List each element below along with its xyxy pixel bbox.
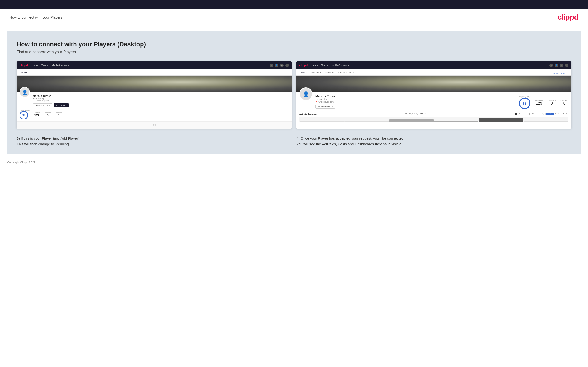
right-tab-bar: Profile Dashboard Activities What To Wor…	[296, 69, 571, 75]
right-nav-teams[interactable]: Teams	[321, 64, 328, 67]
remove-player-button[interactable]: Remove Player ✕	[315, 105, 335, 108]
right-profile-info: 👤 Marcus Turner 1-5 Handicap 📍 United Ki…	[296, 92, 571, 111]
right-user-icon[interactable]: 👤	[555, 64, 558, 67]
right-tab-whattowork[interactable]: What To Work On	[336, 71, 356, 75]
screenshot-left: clippd Home Teams My Performance ⌕ 👤 ⚙ ☰…	[17, 61, 292, 128]
right-stat-followers: Followers 0	[548, 99, 556, 106]
activity-header: Activity Summary Monthly Activity · 6 Mo…	[299, 113, 569, 115]
left-cursor-area: ✂	[17, 121, 292, 128]
time-1yr[interactable]: 1 yr	[541, 113, 546, 115]
left-nav: clippd Home Teams My Performance ⌕ 👤 ⚙ ☰	[17, 61, 292, 69]
plus-icon: +	[66, 104, 67, 106]
right-nav-performance[interactable]: My Performance	[331, 64, 349, 67]
right-activities-label: Activities	[535, 99, 543, 101]
left-following-label: Following	[55, 112, 62, 114]
left-nav-home[interactable]: Home	[32, 64, 38, 67]
activity-chart	[299, 117, 569, 122]
left-player-location: 📍 United Kingdom	[33, 100, 289, 102]
descriptions-row: 3) If this is your Player tap, 'Add Play…	[17, 136, 571, 147]
description-left: 3) If this is your Player tap, 'Add Play…	[17, 136, 292, 147]
user-icon[interactable]: 👤	[275, 64, 278, 67]
right-followers-value: 0	[548, 101, 556, 106]
activity-title: Activity Summary	[299, 113, 317, 115]
chart-bar-1	[300, 121, 344, 122]
right-quality-value: 92	[519, 98, 530, 109]
time-6mths[interactable]: 6 mths	[546, 113, 553, 115]
page-title: How to connect with your Players (Deskto…	[17, 41, 571, 48]
chart-bar-5	[479, 117, 523, 122]
right-user-label: Marcus Turner ▾	[551, 71, 569, 75]
right-avatar: 👤	[299, 87, 312, 101]
search-icon[interactable]: ⌕	[270, 64, 273, 67]
left-stat-followers: Followers 0	[44, 112, 51, 117]
settings-icon[interactable]: ⚙	[280, 64, 284, 67]
left-followers-value: 0	[44, 114, 51, 117]
right-nav-logo: clippd	[299, 64, 308, 67]
right-activity-summary: Activity Summary Monthly Activity · 6 Mo…	[296, 111, 571, 124]
chart-bar-4	[434, 121, 478, 122]
left-player-name: Marcus Turner	[33, 94, 289, 97]
right-avatar-person-icon: 👤	[303, 91, 309, 97]
time-1mth[interactable]: 1 mth	[562, 113, 569, 115]
chevron-down-icon: ▾	[566, 72, 567, 74]
left-tab-bar: Profile	[17, 69, 292, 75]
left-stats-row: Player Quality 92 Activities 129 Followe…	[19, 109, 289, 119]
right-location-pin-icon: 📍	[315, 101, 318, 103]
right-activities-value: 129	[535, 101, 543, 106]
right-stat-activities: Activities 129	[535, 99, 543, 106]
right-nav-home[interactable]: Home	[311, 64, 318, 67]
chart-bar-2	[345, 121, 389, 122]
right-profile-header	[296, 75, 571, 92]
menu-icon[interactable]: ☰	[285, 64, 289, 67]
right-profile-buttons: Remove Player ✕	[315, 105, 337, 108]
header-title: How to connect with your Players	[9, 15, 62, 19]
off-course-label: Off course	[532, 113, 540, 115]
right-nav: clippd Home Teams My Performance ⌕ 👤 ⚙ ☰	[296, 61, 571, 69]
right-settings-icon[interactable]: ⚙	[560, 64, 563, 67]
footer: Copyright Clippd 2022	[0, 159, 588, 168]
header: How to connect with your Players clippd	[0, 8, 588, 26]
left-tab-profile[interactable]: Profile	[19, 71, 29, 75]
close-icon: ✕	[331, 106, 333, 108]
activity-legend: On course Off course	[515, 113, 539, 115]
right-search-icon[interactable]: ⌕	[549, 64, 553, 67]
avatar-person-icon: 👤	[22, 89, 28, 95]
left-nav-icons: ⌕ 👤 ⚙ ☰	[270, 64, 289, 67]
left-nav-items: Home Teams My Performance	[32, 64, 270, 67]
right-tab-profile[interactable]: Profile	[299, 71, 309, 75]
left-followers-label: Followers	[44, 112, 51, 114]
left-stat-following: Following 0	[55, 112, 62, 117]
description-left-text: 3) If this is your Player tap, 'Add Play…	[17, 136, 80, 146]
right-golf-bg	[296, 75, 571, 92]
right-stat-following: Following 0	[560, 99, 569, 106]
add-player-button[interactable]: Add Player +	[54, 103, 69, 107]
on-course-dot	[515, 113, 517, 115]
top-bar	[0, 0, 588, 8]
right-tab-activities[interactable]: Activities	[323, 71, 336, 75]
right-tabs-group: Profile Dashboard Activities What To Wor…	[299, 71, 356, 75]
right-player-handicap: 1-5 Handicap	[315, 98, 337, 100]
right-stat-quality: Player Quality 92	[519, 95, 531, 109]
description-right-text: 4) Once your Player has accepted your re…	[296, 136, 405, 146]
right-player-details: Marcus Turner 1-5 Handicap 📍 United King…	[315, 94, 337, 108]
time-3mths[interactable]: 3 mths	[554, 113, 561, 115]
scissors-icon: ✂	[153, 123, 156, 127]
right-following-value: 0	[560, 101, 569, 106]
request-follow-button[interactable]: Request to Follow	[33, 103, 52, 107]
right-player-location: 📍 United Kingdom	[315, 101, 337, 103]
screenshot-right: clippd Home Teams My Performance ⌕ 👤 ⚙ ☰…	[296, 61, 571, 128]
right-menu-icon[interactable]: ☰	[565, 64, 569, 67]
right-tab-dashboard[interactable]: Dashboard	[309, 71, 323, 75]
left-activities-label: Activities	[34, 112, 40, 114]
left-stat-quality: Player Quality 92	[19, 109, 30, 119]
left-nav-teams[interactable]: Teams	[41, 64, 48, 67]
right-stats-row: Player Quality 92 Activities 129 Followe…	[519, 94, 569, 109]
on-course-label: On course	[519, 113, 526, 115]
left-nav-performance[interactable]: My Performance	[52, 64, 69, 67]
right-following-label: Following	[560, 99, 569, 101]
chart-bar-3	[389, 119, 434, 122]
golf-bg	[17, 75, 292, 92]
screenshots-row: clippd Home Teams My Performance ⌕ 👤 ⚙ ☰…	[17, 61, 571, 128]
left-quality-value: 92	[19, 111, 28, 119]
left-avatar: 👤	[19, 87, 30, 97]
